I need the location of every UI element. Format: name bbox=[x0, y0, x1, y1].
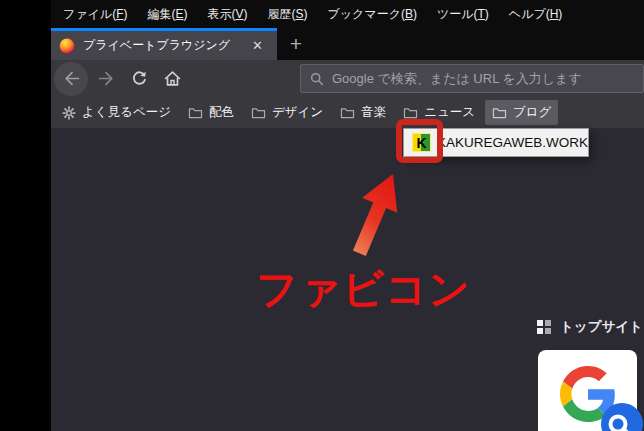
search-shortcut-badge[interactable] bbox=[601, 403, 643, 431]
navigation-bar bbox=[51, 60, 644, 97]
gear-icon bbox=[62, 106, 76, 120]
folder-icon bbox=[403, 106, 418, 119]
home-button[interactable] bbox=[158, 65, 186, 93]
bookmark-label: よく見るページ bbox=[82, 104, 171, 121]
tab-close-icon[interactable]: ✕ bbox=[246, 36, 269, 55]
menu-edit[interactable]: 編集(E) bbox=[137, 6, 197, 23]
folder-icon bbox=[340, 106, 355, 119]
tab-title: プライベートブラウジング bbox=[83, 37, 238, 54]
tab-strip: プライベートブラウジング ✕ + bbox=[51, 28, 644, 60]
menu-bookmarks[interactable]: ブックマーク(B) bbox=[318, 6, 427, 23]
back-arrow-icon bbox=[63, 70, 80, 87]
firefox-icon bbox=[59, 38, 75, 54]
bookmark-most-visited[interactable]: よく見るページ bbox=[55, 100, 178, 125]
bookmark-folder-music[interactable]: 音楽 bbox=[333, 100, 393, 125]
folder-icon bbox=[188, 106, 203, 119]
tab-private-browsing[interactable]: プライベートブラウジング ✕ bbox=[51, 28, 277, 60]
magnifier-icon bbox=[601, 403, 643, 431]
reload-icon bbox=[131, 70, 148, 87]
dropdown-item-label: KAKUREGAWEB.WORK bbox=[437, 135, 588, 150]
bookmark-folder-colors[interactable]: 配色 bbox=[181, 100, 241, 125]
bookmark-label: ブログ bbox=[513, 104, 551, 121]
url-input[interactable] bbox=[332, 71, 634, 86]
folder-icon bbox=[251, 106, 266, 119]
bookmark-label: 音楽 bbox=[361, 104, 386, 121]
annotation-label: ファビコン bbox=[256, 262, 471, 317]
annotation-arrow bbox=[335, 166, 420, 266]
forward-arrow-icon bbox=[98, 70, 115, 87]
annotation-highlight-box bbox=[396, 119, 443, 163]
back-button[interactable] bbox=[54, 62, 88, 96]
menu-file[interactable]: ファイル(F) bbox=[53, 6, 137, 23]
bookmarks-toolbar: よく見るページ 配色 デザイン 音楽 ニュース ブログ bbox=[51, 97, 644, 128]
bookmark-label: デザイン bbox=[272, 104, 323, 121]
home-icon bbox=[164, 70, 181, 87]
menu-history[interactable]: 履歴(S) bbox=[258, 6, 318, 23]
menu-bar: ファイル(F) 編集(E) 表示(V) 履歴(S) ブックマーク(B) ツール(… bbox=[51, 0, 644, 28]
menu-view[interactable]: 表示(V) bbox=[197, 6, 257, 23]
reload-button[interactable] bbox=[125, 65, 153, 93]
url-bar[interactable] bbox=[300, 64, 644, 93]
search-icon bbox=[310, 72, 324, 86]
new-tab-button[interactable]: + bbox=[277, 28, 315, 60]
grid-icon bbox=[537, 320, 551, 334]
forward-button[interactable] bbox=[92, 65, 120, 93]
bookmark-folder-design[interactable]: デザイン bbox=[244, 100, 330, 125]
bookmark-label: 配色 bbox=[209, 104, 234, 121]
folder-icon bbox=[492, 106, 507, 119]
menu-help[interactable]: ヘルプ(H) bbox=[499, 6, 573, 23]
bookmark-folder-blog[interactable]: ブログ bbox=[485, 100, 558, 125]
menu-tools[interactable]: ツール(T) bbox=[427, 6, 499, 23]
top-sites-title: トップサイト bbox=[560, 318, 643, 336]
top-sites-header: トップサイト bbox=[537, 318, 643, 336]
